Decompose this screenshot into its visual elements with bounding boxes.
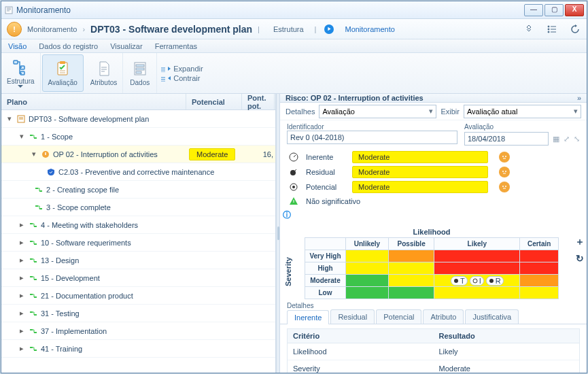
expand-icon[interactable]: ⤡ [574,135,580,143]
shrink-icon[interactable]: ⤢ [564,135,570,143]
tree-row[interactable]: ▸31 - Testing [1,305,275,322]
matrix-cell[interactable] [346,287,389,299]
matrix-cell[interactable] [388,250,434,262]
tree-row[interactable]: ▸37 - Implementation [1,322,275,340]
menu-visao[interactable]: Visão [5,41,29,52]
twisty-closed-icon[interactable]: ▸ [18,221,26,229]
twisty-closed-icon[interactable]: ▸ [18,327,26,335]
tree-row[interactable]: 2 - Creating scope file [1,181,275,199]
expand-icon [161,65,171,72]
minimize-button[interactable]: — [524,4,543,16]
pill-i[interactable]: I [470,276,484,286]
collapse-icon [161,75,171,82]
matrix-cell[interactable] [388,287,434,299]
plan-tree[interactable]: ▾ DPT03 - Software development plan ▾ 1 … [1,110,275,373]
add-button[interactable]: ＋ [574,237,585,248]
list-icon[interactable] [546,23,558,35]
tree-row[interactable]: ▸41 - Training [1,340,275,358]
tree-row-control[interactable]: C2.03 - Preventive and corrective mainte… [1,163,275,181]
column-potencial[interactable]: Potencial [186,94,242,109]
twisty-closed-icon[interactable]: ▸ [18,345,26,353]
svg-rect-12 [136,71,141,73]
risk-panel-title: Risco: OP 02 - Interruption of activitie… [286,94,423,102]
tree-row[interactable]: ▸21 - Documentation product [1,287,275,305]
form-icon [131,60,149,78]
toolbar-contrair[interactable]: Contrair [161,74,203,82]
matrix-cell[interactable] [388,262,434,275]
twisty-closed-icon[interactable]: ▸ [18,239,26,247]
matrix-cell[interactable] [434,262,520,275]
svg-point-22 [292,186,295,188]
twisty-open-icon[interactable]: ▾ [18,133,26,141]
toolbar-estrutura[interactable]: Estrutura [1,53,41,93]
info-icon[interactable]: ⓘ [283,209,578,221]
matrix-cell[interactable]: T I R [434,275,520,287]
tab-justificativa[interactable]: Justificativa [465,309,519,324]
twisty-closed-icon[interactable]: ▸ [18,256,26,265]
matrix-cell[interactable] [520,262,559,275]
tree-row-root[interactable]: ▾ DPT03 - Software development plan [1,110,275,128]
maximize-button[interactable]: ▢ [544,4,564,16]
tab-residual[interactable]: Residual [330,309,375,324]
criteria-table: Critério Resultado Likelihood Likely Sev… [287,328,580,373]
menu-bar: Visão Dados do registro Visualizar Ferra… [1,39,587,53]
tab-potencial[interactable]: Potencial [376,309,421,324]
tab-inerente[interactable]: Inerente [287,310,329,324]
toolbar-expandir[interactable]: Expandir [161,65,203,73]
refresh-icon[interactable] [569,23,581,35]
twisty-closed-icon[interactable]: ▸ [18,274,26,282]
toolbar-dados[interactable]: Dados [123,53,157,93]
breadcrumb-root[interactable]: Monitoramento [27,25,77,33]
module-icon: ! [7,22,22,37]
calendar-icon[interactable]: ▦ [553,135,559,143]
tree-row[interactable]: ▸10 - Software requeriments [1,234,275,252]
matrix-cell[interactable] [520,275,559,287]
table-row[interactable]: Likelihood Likely [288,343,579,360]
tree-row[interactable]: ▸15 - Development [1,269,275,287]
toolbar-atributos[interactable]: Atributos [85,53,123,93]
collapse-panel-icon[interactable]: » [577,94,581,102]
gauge-icon [288,152,299,163]
matrix-cell[interactable] [434,287,520,299]
menu-dados-registro[interactable]: Dados do registro [36,41,101,52]
expand-all-icon[interactable] [523,23,535,35]
tree-row-op02[interactable]: ▾ OP 02 - Interruption of activities Mod… [1,146,275,163]
menu-ferramentas[interactable]: Ferramentas [152,41,200,52]
matrix-cell[interactable] [346,250,389,262]
pill-r[interactable]: R [486,276,504,286]
pill-t[interactable]: T [451,276,468,286]
tree-row[interactable]: 3 - Scope complete [1,199,275,216]
matrix-cell[interactable] [520,287,559,299]
matrix-cell[interactable] [434,250,520,262]
svg-point-18 [290,170,296,175]
exibir-select[interactable]: Avaliação atual▾ [464,105,581,118]
twisty-open-icon[interactable]: ▾ [30,150,38,158]
tab-estrutura[interactable]: Estrutura [271,24,307,35]
column-plano[interactable]: Plano [1,94,186,109]
detalhes-select[interactable]: Avaliação▾ [319,105,436,118]
svg-rect-4 [14,61,18,64]
breadcrumb-item[interactable]: DPT03 - Software development plan [90,24,252,35]
refresh-button[interactable]: ↻ [574,253,585,264]
column-pont-pot[interactable]: Pont. pot. [242,94,275,109]
identificador-input[interactable]: Rev 0 (04-2018) [287,131,457,144]
tab-atributo[interactable]: Atributo [423,309,464,324]
svg-rect-8 [60,61,65,64]
menu-visualizar[interactable]: Visualizar [107,41,145,52]
table-row[interactable]: Severity Moderate [288,360,579,373]
activity-icon [29,238,38,248]
toolbar-avaliacao[interactable]: Avaliação [42,54,84,92]
close-button[interactable]: X [565,4,584,16]
matrix-cell[interactable] [520,250,559,262]
matrix-cell[interactable] [346,275,389,287]
tab-monitoramento[interactable]: Monitoramento [342,24,397,35]
tree-row[interactable]: ▸13 - Design [1,252,275,269]
matrix-cell[interactable] [346,262,389,275]
twisty-closed-icon[interactable]: ▸ [18,309,26,318]
twisty-closed-icon[interactable]: ▸ [18,292,26,300]
tree-row-scope[interactable]: ▾ 1 - Scope [1,128,275,146]
matrix-cell[interactable] [388,275,434,287]
twisty-open-icon[interactable]: ▾ [5,115,14,123]
tree-row[interactable]: ▸4 - Meeting with stakeholders [1,216,275,234]
avaliacao-date-input[interactable]: 18/04/2018 [464,132,549,146]
